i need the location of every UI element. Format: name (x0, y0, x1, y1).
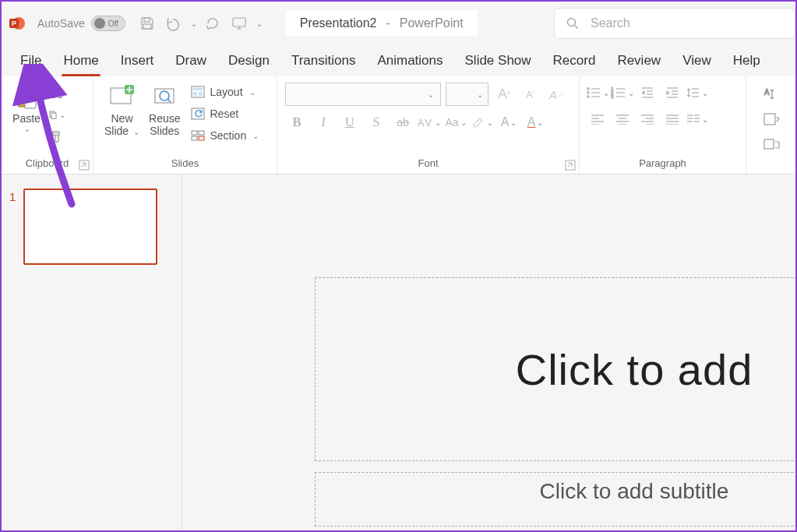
redo-icon[interactable] (202, 12, 224, 34)
tab-insert[interactable]: Insert (110, 47, 165, 76)
autosave-toggle[interactable]: Off (91, 16, 125, 31)
reset-icon (190, 106, 206, 122)
svg-rect-14 (79, 160, 89, 170)
align-right-button[interactable] (636, 107, 659, 131)
group-editing: A (746, 76, 795, 174)
section-button[interactable]: Section⌄ (187, 126, 263, 145)
svg-rect-36 (764, 114, 775, 125)
columns-button[interactable]: ⌄ (686, 107, 709, 131)
shrink-font-button[interactable]: Aˇ (520, 83, 541, 105)
svg-text:P: P (12, 19, 16, 27)
new-slide-button[interactable]: New Slide ⌄ (100, 79, 144, 137)
window-title: Presentation2 - PowerPoint (286, 10, 478, 37)
subtitle-placeholder[interactable]: Click to add subtitle (315, 472, 795, 527)
font-size-select[interactable]: ⌄ (446, 83, 488, 106)
increase-indent-button[interactable] (661, 81, 684, 104)
underline-button[interactable]: U (338, 111, 361, 134)
svg-text:3: 3 (611, 94, 614, 99)
new-slide-l1: New (111, 112, 133, 125)
layout-label: Layout (210, 86, 243, 98)
bold-button[interactable]: B (285, 111, 309, 134)
tab-view[interactable]: View (672, 47, 722, 76)
clipboard-launcher-icon[interactable] (79, 160, 90, 171)
reuse-slides-icon (150, 83, 178, 111)
strike-button[interactable]: ab (391, 111, 414, 134)
char-spacing-button[interactable]: AV⌄ (418, 111, 441, 134)
clipboard-label: Clipboard (8, 156, 86, 172)
new-slide-icon (108, 83, 136, 111)
numbering-button[interactable]: 123⌄ (611, 81, 634, 104)
reuse-l1: Reuse (149, 112, 180, 125)
undo-chevron[interactable]: ⌄ (191, 19, 197, 28)
change-case-button[interactable]: Aa⌄ (444, 111, 467, 134)
copy-icon[interactable]: ⌄ (48, 106, 65, 123)
highlight-button[interactable]: ⌄ (471, 111, 494, 134)
slide-thumbnail-1[interactable] (23, 188, 157, 265)
paste-label: Paste (12, 112, 41, 125)
thumbnail-row: 1 (9, 188, 174, 265)
reset-button[interactable]: Reset (187, 104, 263, 123)
svg-point-30 (587, 92, 589, 93)
tab-file[interactable]: File (9, 47, 52, 76)
tab-slide-show[interactable]: Slide Show (454, 47, 542, 76)
tab-help[interactable]: Help (722, 47, 771, 76)
tab-home[interactable]: Home (52, 47, 109, 76)
autosave-label: AutoSave (37, 17, 85, 30)
svg-rect-28 (566, 160, 575, 170)
tab-transitions[interactable]: Transitions (280, 47, 367, 76)
search-box[interactable] (554, 8, 795, 39)
decrease-indent-button[interactable] (636, 81, 659, 104)
search-input[interactable] (591, 16, 784, 30)
align-left-button[interactable] (586, 107, 609, 131)
bullets-button[interactable]: ⌄ (586, 81, 609, 104)
grow-font-button[interactable]: A^ (493, 83, 515, 105)
tab-review[interactable]: Review (606, 47, 672, 76)
slideshow-icon[interactable] (228, 12, 250, 34)
cut-icon[interactable] (48, 84, 65, 101)
thumbnail-pane[interactable]: 1 (2, 174, 182, 530)
justify-button[interactable] (661, 107, 684, 131)
line-spacing-button[interactable]: ⌄ (686, 81, 709, 104)
svg-rect-4 (143, 24, 151, 29)
group-paragraph: ⌄ 123⌄ ⌄ ⌄ Paragraph (580, 76, 746, 174)
font-name-select[interactable]: ⌄ (285, 83, 441, 106)
titlebar: P AutoSave Off ⌄ ⌄ Presentation2 - Power… (2, 2, 795, 45)
quick-access-toolbar: ⌄ ⌄ (136, 12, 263, 34)
autosave-state: Off (108, 19, 118, 28)
format-painter-icon[interactable] (48, 128, 65, 145)
smartart-button[interactable] (761, 136, 781, 153)
italic-button[interactable]: I (312, 111, 335, 134)
tab-animations[interactable]: Animations (366, 47, 453, 76)
paste-button[interactable]: Paste ⌄ (8, 79, 45, 133)
reuse-slides-button[interactable]: Reuse Slides (144, 79, 185, 137)
font-color-button[interactable]: A⌄ (497, 111, 520, 134)
svg-rect-3 (144, 18, 150, 22)
svg-point-31 (587, 96, 589, 97)
clear-format-button[interactable]: A⟋ (546, 83, 568, 105)
svg-rect-9 (25, 93, 36, 108)
shadow-button[interactable]: S (365, 111, 388, 134)
slide-canvas[interactable]: Click to add Click to add subtitle (182, 174, 795, 530)
reuse-l2: Slides (150, 125, 179, 137)
font-launcher-icon[interactable] (565, 160, 576, 171)
undo-icon[interactable] (163, 12, 185, 34)
tab-record[interactable]: Record (542, 47, 607, 76)
slides-group-label: Slides (100, 156, 270, 172)
svg-point-6 (568, 19, 576, 26)
text-direction-button[interactable]: A (761, 86, 781, 103)
qat-more-chevron[interactable]: ⌄ (256, 19, 263, 28)
title-placeholder[interactable]: Click to add (315, 277, 795, 461)
layout-button[interactable]: Layout⌄ (187, 83, 263, 101)
ribbon: Paste ⌄ ⌄ Clipboard New Slide ⌄ Reuse Sl… (2, 76, 795, 174)
title-separator: - (386, 16, 390, 30)
svg-point-10 (52, 94, 56, 98)
paragraph-group-label: Paragraph (586, 156, 739, 172)
align-text-button[interactable] (761, 111, 781, 128)
font-fill-button[interactable]: A⌄ (524, 111, 547, 134)
tab-draw[interactable]: Draw (164, 47, 217, 76)
svg-rect-27 (199, 136, 204, 140)
autosave[interactable]: AutoSave Off (37, 16, 125, 31)
save-icon[interactable] (136, 12, 158, 34)
align-center-button[interactable] (611, 107, 634, 131)
tab-design[interactable]: Design (217, 47, 280, 76)
